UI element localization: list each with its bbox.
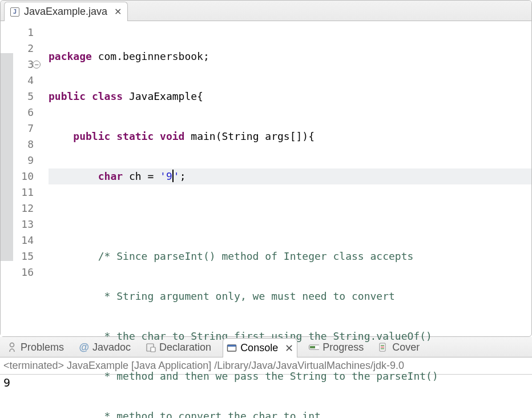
code-line[interactable]: public static void main(String args[]){ [49,128,531,144]
line-number: 12 [13,200,34,216]
line-number: 5 [13,89,34,104]
line-number: 6 [13,104,34,120]
svg-point-0 [10,343,14,347]
line-number: 1 [13,25,34,41]
code-area[interactable]: 1 2 3− 4 5 6 7 8 9 10 11 12 13 14 15 16 … [1,21,531,336]
fold-toggle-icon[interactable]: − [33,61,41,69]
tab-console[interactable]: Console ✕ [223,338,297,357]
line-number: 3− [13,57,34,73]
marker-column [1,21,13,336]
editor-tab[interactable]: J JavaExample.java ✕ [4,2,128,21]
code-line[interactable]: /* Since parseInt() method of Integer cl… [49,248,531,264]
svg-rect-4 [228,345,236,347]
close-icon[interactable]: ✕ [112,6,122,17]
line-number: 7 [13,120,34,136]
line-number: 15 [13,248,34,264]
tab-label: Console [240,342,278,354]
code-line[interactable]: * method to convert the char to int [49,408,531,418]
java-file-icon: J [10,7,19,17]
line-number-gutter: 1 2 3− 4 5 6 7 8 9 10 11 12 13 14 15 16 [13,21,38,336]
line-number: 11 [13,184,34,200]
code-line-current[interactable]: char ch = '9'; [49,168,531,184]
code-line[interactable]: * String argument only, we must need to … [49,288,531,304]
line-number: 10 [13,168,34,184]
close-icon[interactable]: ✕ [281,342,293,355]
code-line[interactable] [49,208,531,224]
tab-filename: JavaExample.java [24,6,107,18]
code-line[interactable]: * method and then we pass the String to … [49,368,531,384]
line-number: 8 [13,136,34,152]
line-number: 14 [13,232,34,248]
code-line[interactable]: public class JavaExample{ [49,89,531,104]
editor-tab-bar: J JavaExample.java ✕ [1,1,531,21]
line-number: 16 [13,264,34,280]
line-number: 4 [13,73,34,89]
code-body[interactable]: package com.beginnersbook; public class … [38,21,531,336]
line-number: 13 [13,216,34,232]
line-number: 9 [13,152,34,168]
problems-icon [7,342,17,352]
editor-pane: J JavaExample.java ✕ 1 2 3− [0,0,532,337]
line-number: 2 [13,41,34,57]
code-line[interactable]: package com.beginnersbook; [49,49,531,65]
console-icon [227,343,237,353]
